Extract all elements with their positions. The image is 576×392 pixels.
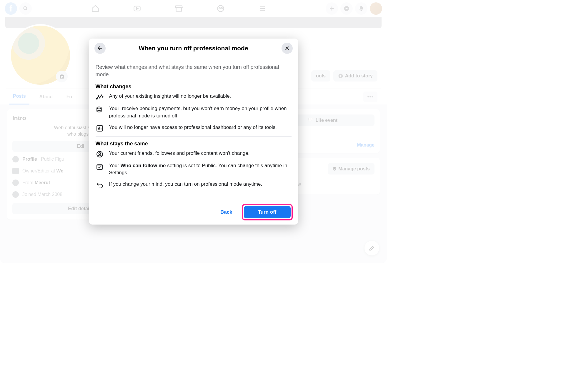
turn-off-highlight: Turn off [242,204,293,220]
professional-mode-modal: When you turn off professional mode Revi… [89,39,298,225]
svg-rect-13 [97,165,103,169]
same-follow-setting: Your Who can follow me setting is set to… [96,162,292,177]
svg-point-7 [98,96,99,97]
modal-overlay: When you turn off professional mode Revi… [0,0,387,263]
change-dashboard: You will no longer have access to profes… [96,124,292,132]
svg-point-12 [99,152,101,155]
change-payments: You'll receive pending payments, but you… [96,105,292,119]
back-button[interactable] [94,43,106,54]
insights-icon [96,93,104,101]
svg-point-9 [97,107,101,109]
same-heading: What stays the same [96,141,292,147]
settings-box-icon [96,162,104,177]
modal-title: When you turn off professional mode [110,45,277,52]
same-friends: Your current friends, followers and prof… [96,150,292,158]
modal-subtitle: Review what changes and what stays the s… [96,64,292,78]
changes-heading: What changes [96,84,292,90]
svg-point-8 [102,97,103,97]
same-revert: If you change your mind, you can turn on… [96,181,292,189]
turn-off-button[interactable]: Turn off [244,206,291,218]
change-insights: Any of your existing insights will no lo… [96,93,292,101]
back-link-button[interactable]: Back [214,206,239,218]
coins-icon [96,105,104,119]
undo-icon [96,181,104,189]
close-button[interactable] [282,43,293,54]
user-icon [96,150,104,158]
svg-point-6 [96,98,97,99]
dashboard-icon [96,124,104,132]
